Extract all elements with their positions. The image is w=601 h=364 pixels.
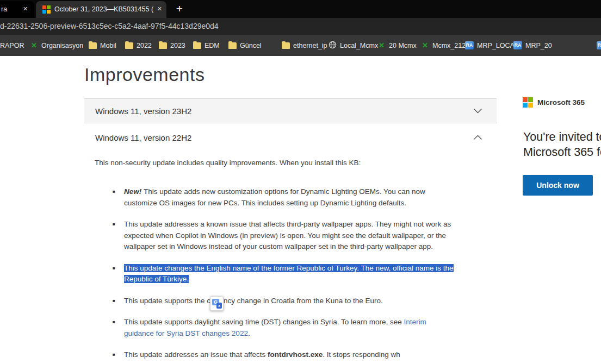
update-bullet: ■This update addresses an issue that aff… xyxy=(113,349,457,361)
bullet-text: This update supports daylight saving tim… xyxy=(124,318,426,337)
selected-text: This update changes the English name of … xyxy=(124,264,454,284)
bookmark-item[interactable]: EDM xyxy=(193,35,220,56)
tab-title: ra xyxy=(1,5,7,13)
invite-line: You're invited to xyxy=(523,129,601,145)
close-tab-icon[interactable]: ✕ xyxy=(157,5,162,12)
bullet-text: This update addresses a known issue that… xyxy=(124,220,451,250)
bookmark-item[interactable]: ✕ Mcmx_212 xyxy=(421,35,466,56)
bookmark-item[interactable]: ethernet_ip xyxy=(282,35,327,56)
bullet-marker-icon: ■ xyxy=(113,186,115,198)
intro-paragraph: This non-security update includes qualit… xyxy=(95,159,475,167)
invite-line: Microsoft 365 fo xyxy=(523,145,601,160)
text-segment: This update adds new customization optio… xyxy=(124,187,425,207)
folder-icon xyxy=(282,42,290,49)
background-tab[interactable]: ra ✕ xyxy=(0,1,34,18)
ra-app-favicon-icon: RA xyxy=(465,41,474,49)
bookmark-label: ethernet_ip xyxy=(293,42,327,49)
bullet-marker-icon: ■ xyxy=(113,349,115,361)
green-x-favicon-icon: ✕ xyxy=(377,41,386,49)
green-x-favicon-icon: ✕ xyxy=(421,41,429,49)
chevron-up-icon xyxy=(473,133,482,142)
text-segment: New! xyxy=(124,187,144,196)
text-segment: This update addresses an issue that affe… xyxy=(124,350,268,359)
invite-heading: You're invited to Microsoft 365 fo xyxy=(523,129,601,160)
accordion-header-23h2[interactable]: Windows 11, version 23H2 xyxy=(84,98,497,123)
update-bullet: ■This update addresses a known issue tha… xyxy=(113,219,457,253)
bullet-marker-icon: ■ xyxy=(113,263,115,274)
address-bar[interactable]: d-22631-2506-preview-6513c5ec-c5a2-4aaf-… xyxy=(0,18,601,35)
bullet-text: New! This update adds new customization … xyxy=(124,187,425,207)
ms365-promo-rail: Microsoft 365 You're invited to Microsof… xyxy=(523,97,601,277)
folder-icon xyxy=(89,42,97,49)
update-bullet: ■This update supports the currency chang… xyxy=(113,296,457,307)
bullet-text: This update addresses an issue that affe… xyxy=(124,350,400,359)
bookmark-item[interactable]: RAPOR xyxy=(0,35,24,56)
accordion-label: Windows 11, version 23H2 xyxy=(95,106,191,116)
bookmark-item[interactable]: RA xyxy=(597,35,601,56)
text-segment: This update supports the currency change… xyxy=(124,297,383,305)
bookmark-label: MRP_20 xyxy=(525,42,552,49)
bookmark-label: 2023 xyxy=(170,42,185,49)
text-segment: fontdrvhost.exe xyxy=(268,350,323,359)
accordion-label: Windows 11, version 22H2 xyxy=(95,133,191,142)
bookmarks-bar: RAPOR ✕ Organisasyon Mobil 2022 2023 EDM… xyxy=(0,35,601,56)
update-bullet-list: ■New! This update adds new customization… xyxy=(113,186,457,364)
ms365-brand-label: Microsoft 365 xyxy=(537,98,585,106)
close-tab-icon[interactable]: ✕ xyxy=(23,5,28,12)
update-bullet: ■This update changes the English name of… xyxy=(113,263,457,285)
bookmark-label: Mcmx_212 xyxy=(432,42,466,49)
active-tab[interactable]: October 31, 2023—KB5031455 ( ✕ xyxy=(36,1,166,18)
bookmark-item[interactable]: 2023 xyxy=(159,35,185,56)
bookmark-label: EDM xyxy=(205,42,220,49)
unlock-now-button[interactable]: Unlock now xyxy=(523,175,593,196)
chevron-down-icon xyxy=(473,106,482,116)
bookmark-item[interactable]: RA MRP_20 xyxy=(513,35,552,56)
globe-favicon-icon xyxy=(329,41,337,51)
bookmark-item[interactable]: Local_Mcmx xyxy=(329,35,378,56)
bookmark-label: RAPOR xyxy=(0,42,24,49)
page-title: Improvements xyxy=(84,64,205,85)
folder-icon xyxy=(228,42,237,49)
microsoft-favicon-icon xyxy=(42,5,51,14)
text-segment: This update supports daylight saving tim… xyxy=(124,318,404,326)
update-bullet: ■New! This update adds new customization… xyxy=(113,186,457,209)
text-segment: . It stops responding wh xyxy=(323,350,400,359)
ra-app-favicon-icon: RA xyxy=(513,41,522,49)
folder-icon xyxy=(193,42,201,49)
bookmark-label: 2022 xyxy=(137,42,152,49)
bookmark-label: Local_Mcmx xyxy=(340,42,378,49)
bookmark-item[interactable]: ✕ 20 Mcmx xyxy=(377,35,417,56)
green-x-favicon-icon: ✕ xyxy=(30,41,38,49)
bookmark-label: Organisasyon xyxy=(41,42,83,49)
bullet-text: This update changes the English name of … xyxy=(124,264,454,284)
accordion-header-22h2[interactable]: Windows 11, version 22H2 xyxy=(84,123,497,151)
bullet-text: This update supports the currency change… xyxy=(124,297,383,305)
tab-title: October 31, 2023—KB5031455 ( xyxy=(54,5,159,13)
bookmark-label: Mobil xyxy=(100,42,116,49)
ra-app-favicon-icon: RA xyxy=(597,41,601,49)
bookmark-item[interactable]: ✕ Organisasyon xyxy=(30,35,83,56)
bookmark-label: MRP_LOCAL xyxy=(477,42,518,49)
bookmark-item[interactable]: RA MRP_LOCAL xyxy=(465,35,518,56)
new-tab-button[interactable]: + xyxy=(173,2,186,16)
bullet-marker-icon: ■ xyxy=(113,296,115,307)
folder-icon xyxy=(125,42,133,49)
improvements-accordion: Windows 11, version 23H2 Windows 11, ver… xyxy=(84,98,497,151)
folder-icon xyxy=(159,42,167,49)
bookmark-label: Güncel xyxy=(240,42,262,49)
bullet-marker-icon: ■ xyxy=(113,317,115,328)
bookmark-item[interactable]: Mobil xyxy=(89,35,116,56)
bookmark-item[interactable]: 2022 xyxy=(125,35,152,56)
translate-popup-button[interactable]: G x xyxy=(210,296,224,311)
ms365-brand: Microsoft 365 xyxy=(523,97,585,108)
url-text[interactable]: d-22631-2506-preview-6513c5ec-c5a2-4aaf-… xyxy=(0,22,219,30)
update-bullet: ■This update supports daylight saving ti… xyxy=(113,317,457,339)
bookmark-item[interactable]: Güncel xyxy=(228,35,262,56)
tab-strip: ra ✕ October 31, 2023—KB5031455 ( ✕ + xyxy=(0,0,601,18)
microsoft-logo-icon xyxy=(523,97,533,108)
text-segment: . xyxy=(248,329,250,337)
bullet-marker-icon: ■ xyxy=(113,219,115,230)
text-segment: This update addresses a known issue that… xyxy=(124,220,451,250)
bookmark-label: 20 Mcmx xyxy=(389,42,417,49)
google-translate-icon: G x xyxy=(212,299,222,309)
